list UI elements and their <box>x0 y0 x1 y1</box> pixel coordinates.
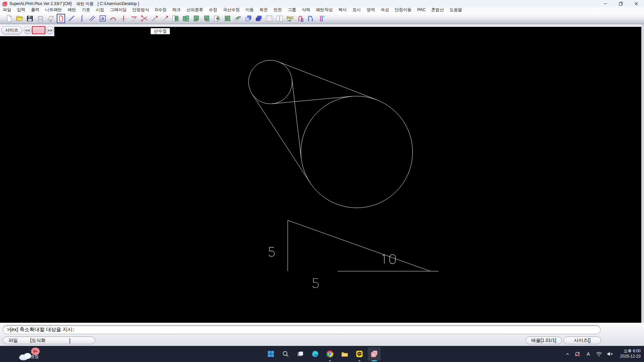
menu-이동[interactable]: 이동 <box>243 7 257 12</box>
size-prev-button[interactable]: << <box>24 27 32 34</box>
windows-start-taskbar-icon[interactable] <box>263 346 278 362</box>
scissors-tool-icon[interactable] <box>140 14 148 23</box>
status-size[interactable]: 사이즈[] <box>563 337 601 344</box>
text-tool-icon[interactable]: A <box>98 14 107 23</box>
menu-패턴작성[interactable]: 패턴작성 <box>313 7 336 12</box>
menu-파일[interactable]: 파일 <box>0 7 14 12</box>
menu-삭제[interactable]: 삭제 <box>299 7 313 12</box>
menu-니트패턴[interactable]: 니트패턴 <box>42 7 65 12</box>
sync-tray-icon[interactable] <box>574 351 581 357</box>
weather-widget[interactable]: 9+ 1°C 흐림 <box>18 348 39 359</box>
status-file[interactable]: 파일 [도식화 ] <box>3 337 95 344</box>
system-tray: A <box>565 346 618 362</box>
file-path: [ C:\Users\us\Desktop ] <box>98 1 139 6</box>
path-edit-2-icon[interactable] <box>317 14 325 23</box>
menubar: 파일입력출력니트패턴패턴기호시접그레이딩단점방식G수정체크선의종류수정곡선수정이… <box>0 7 644 12</box>
menu-출력[interactable]: 출력 <box>28 7 42 12</box>
task-view-taskbar-icon[interactable] <box>293 346 308 362</box>
pattern-name-label: 패턴 이름 <box>76 1 93 7</box>
menu-그레이딩[interactable]: 그레이딩 <box>107 7 130 12</box>
size-input[interactable] <box>32 26 45 34</box>
frame-double-icon[interactable] <box>275 14 284 23</box>
menu-G수정[interactable]: G수정 <box>152 7 169 12</box>
cross-tool-icon[interactable] <box>119 14 128 23</box>
eraser-icon[interactable] <box>234 14 242 23</box>
status-zoom[interactable]: 배율[1.01/1] <box>526 337 562 344</box>
ime-a-tray-icon[interactable]: A <box>585 351 591 357</box>
restore-button[interactable] <box>613 0 629 7</box>
menu-선의종류[interactable]: 선의종류 <box>184 7 206 12</box>
menu-표시[interactable]: 표시 <box>350 7 364 12</box>
tooltip-line-edit: 선수정 <box>150 28 170 35</box>
corner-tool-icon[interactable] <box>130 14 138 23</box>
svg-text:PAC: PAC <box>287 15 294 19</box>
menu-입력[interactable]: 입력 <box>14 7 28 12</box>
pattern-move-icon[interactable] <box>223 14 232 23</box>
canvas-right-margin <box>641 24 644 323</box>
search-taskbar-icon[interactable] <box>278 346 293 362</box>
arc-tool-icon[interactable] <box>109 14 117 23</box>
pen-tool-2-icon[interactable] <box>161 14 169 23</box>
clock-time: 오후 6:00 <box>620 348 641 354</box>
plotter-icon[interactable] <box>36 14 44 23</box>
pen-tool-1-icon[interactable] <box>150 14 159 23</box>
pattern-new-icon[interactable] <box>171 14 180 23</box>
wifi-tray-icon[interactable] <box>596 351 602 357</box>
close-button[interactable] <box>629 0 644 7</box>
size-next-button[interactable]: >> <box>46 27 54 34</box>
pattern-circle-icon[interactable] <box>213 14 221 23</box>
menu-곡선수정[interactable]: 곡선수정 <box>220 7 243 12</box>
menu-단점이동[interactable]: 단점이동 <box>392 7 414 12</box>
menu-기호[interactable]: 기호 <box>79 7 93 12</box>
curve-tool-icon[interactable] <box>78 14 86 23</box>
menu-수정[interactable]: 수정 <box>206 7 220 12</box>
save-icon[interactable] <box>26 14 34 23</box>
path-edit-icon[interactable] <box>306 14 315 23</box>
taskbar: 9+ 1°C 흐림 TALK+α A 오후 6:00 2025-12-23 <box>0 346 644 362</box>
clamp-icon[interactable] <box>296 14 304 23</box>
menu-반전[interactable]: 반전 <box>271 7 285 12</box>
kakaotalk-taskbar-icon[interactable]: TALK <box>352 346 367 362</box>
bottom-bars: >[ex] 축소확대할 대상을 지시: 파일 [도식화 ] 배율[1.01/1]… <box>0 323 644 346</box>
frame-icon[interactable] <box>265 14 273 23</box>
pattern-copy-icon[interactable] <box>182 14 190 23</box>
menu-회전[interactable]: 회전 <box>257 7 271 12</box>
menu-속성[interactable]: 속성 <box>378 7 392 12</box>
menu-그룹[interactable]: 그룹 <box>285 7 299 12</box>
menu-촌법선[interactable]: 촌법선 <box>429 7 447 12</box>
chevron-up-tray-icon[interactable] <box>565 352 570 356</box>
menu-단점방식[interactable]: 단점방식 <box>130 7 152 12</box>
pattern-document-icon[interactable] <box>57 14 65 23</box>
minimize-button[interactable] <box>598 0 613 7</box>
menu-PAC[interactable]: PAC <box>414 7 429 12</box>
menu-패턴[interactable]: 패턴 <box>65 7 79 12</box>
open-folder-icon[interactable] <box>15 14 23 23</box>
parallel-line-tool-icon[interactable] <box>88 14 96 23</box>
new-document-icon[interactable] <box>5 14 13 23</box>
pattern-fold-2-icon[interactable] <box>202 14 211 23</box>
size-button[interactable]: 사이즈 <box>1 26 22 34</box>
taskbar-icons: TALK+α <box>263 346 382 362</box>
menu-체크[interactable]: 체크 <box>169 7 184 12</box>
line-tool-icon[interactable] <box>67 14 76 23</box>
chrome-taskbar-icon[interactable] <box>323 346 337 362</box>
volume-mute-tray-icon[interactable] <box>607 351 613 357</box>
copy-object-icon[interactable] <box>244 14 252 23</box>
menu-시접[interactable]: 시접 <box>93 7 107 12</box>
digitizer-icon[interactable] <box>46 14 55 23</box>
drawing-canvas[interactable] <box>0 27 641 323</box>
edge-taskbar-icon[interactable] <box>308 346 323 362</box>
toolbar: APAC <box>0 12 644 24</box>
menu-도움말[interactable]: 도움말 <box>447 7 465 12</box>
menu-영역[interactable]: 영역 <box>364 7 378 12</box>
file-explorer-taskbar-icon[interactable] <box>337 346 352 362</box>
copy-object-2-icon[interactable] <box>254 14 263 23</box>
clock[interactable]: 오후 6:00 2025-12-23 <box>620 348 641 359</box>
superalpha-taskbar-icon[interactable]: +α <box>367 346 382 362</box>
application-window: α SuperALPHA:Plus Ver 2.33r7 [CM] 패턴 이름 … <box>0 0 644 362</box>
menu-복사[interactable]: 복사 <box>336 7 350 12</box>
pac-icon[interactable]: PAC <box>286 14 294 23</box>
pattern-fold-icon[interactable] <box>192 14 200 23</box>
command-input[interactable]: >[ex] 축소확대할 대상을 지시: <box>3 325 601 334</box>
app-icon: α <box>2 1 7 6</box>
